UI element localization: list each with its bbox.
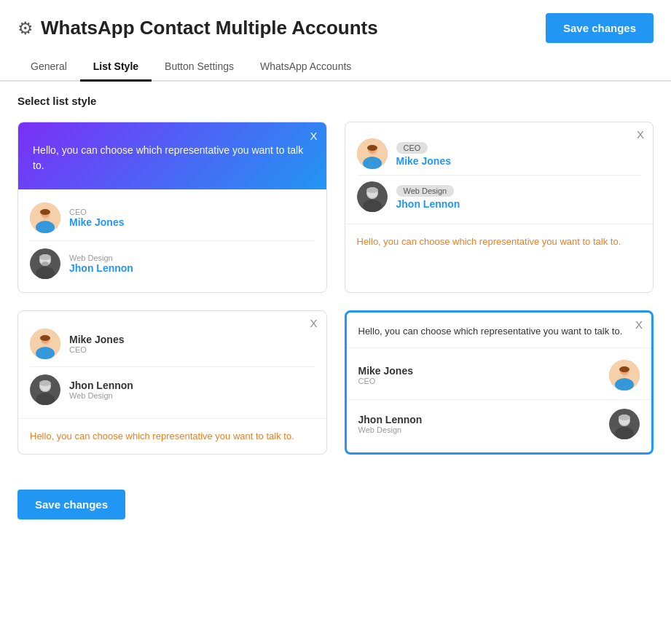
card3-contact2-role: Web Design: [69, 391, 133, 400]
card4-contact-list: Mike Jones CEO: [347, 348, 652, 451]
card4-contact-2[interactable]: Jhon Lennon Web Design: [347, 400, 652, 448]
close-icon-4[interactable]: X: [635, 318, 643, 331]
style-card-3[interactable]: X Mike Jones: [17, 310, 327, 455]
card4-top-message: Hello, you can choose which representati…: [347, 313, 652, 348]
card2-contact1-name: Mike Jones: [396, 155, 451, 167]
card2-footer-message: Hello, you can choose which representati…: [345, 224, 654, 259]
card4-contact1-info: Mike Jones CEO: [358, 365, 413, 385]
style-card-1[interactable]: X Hello, you can choose which representa…: [17, 122, 327, 293]
svg-point-18: [367, 145, 377, 151]
svg-point-40: [619, 366, 629, 372]
close-icon-2[interactable]: X: [637, 128, 644, 141]
card4-contact1-name: Mike Jones: [358, 365, 413, 377]
card2-contact2-info: Web Design Jhon Lennon: [396, 184, 460, 210]
avatar-jhon-3: [30, 374, 60, 405]
card2-contact-list: CEO Mike Jones: [345, 122, 654, 224]
svg-point-6: [40, 209, 50, 215]
card2-contact-2[interactable]: Web Design Jhon Lennon: [357, 176, 642, 218]
avatar-mike-3: [30, 329, 60, 359]
card1-contact-list: CEO Mike Jones: [18, 189, 326, 292]
gear-icon: ⚙: [17, 18, 34, 39]
tab-button-settings[interactable]: Button Settings: [152, 53, 247, 82]
style-card-2[interactable]: X CEO Mike: [345, 122, 654, 293]
card1-contact1-name: Mike Jones: [69, 216, 124, 228]
card2-contact2-name: Jhon Lennon: [396, 198, 460, 210]
card1-contact2-role: Web Design: [69, 254, 133, 262]
card2-contact1-info: CEO Mike Jones: [396, 141, 451, 167]
card4-contact1-role: CEO: [358, 377, 413, 385]
card1-contact-2[interactable]: Web Design Jhon Lennon: [30, 241, 315, 286]
card1-contact2-info: Web Design Jhon Lennon: [69, 254, 133, 274]
avatar-mike-1: [30, 203, 60, 233]
card4-contact2-name: Jhon Lennon: [358, 414, 423, 425]
svg-point-29: [40, 335, 50, 341]
card2-contact2-badge: Web Design: [396, 185, 455, 197]
card3-footer-message: Hello, you can choose which representati…: [18, 418, 326, 454]
close-icon-3[interactable]: X: [310, 317, 317, 329]
style-card-4[interactable]: X Hello, you can choose which representa…: [345, 310, 654, 455]
card4-contact-1[interactable]: Mike Jones CEO: [347, 351, 652, 400]
card1-contact-1[interactable]: CEO Mike Jones: [30, 195, 315, 241]
section-title: Select list style: [0, 82, 671, 116]
avatar-mike-2: [357, 138, 388, 169]
card3-contact-2[interactable]: Jhon Lennon Web Design: [30, 367, 315, 412]
card3-contact2-name: Jhon Lennon: [69, 380, 133, 391]
avatar-jhon-2: [357, 181, 388, 212]
card3-contact-list: Mike Jones CEO: [18, 311, 326, 418]
card1-message: Hello, you can choose which representati…: [33, 144, 303, 171]
svg-point-34: [39, 380, 51, 386]
header-left: ⚙ WhatsApp Contact Multiple Accounts: [17, 17, 378, 39]
card4-contact2-role: Web Design: [358, 425, 423, 434]
page-header: ⚙ WhatsApp Contact Multiple Accounts Sav…: [0, 0, 671, 43]
card2-contact-1[interactable]: CEO Mike Jones: [357, 133, 642, 176]
close-icon-1[interactable]: X: [310, 128, 317, 145]
card1-contact1-role: CEO: [69, 208, 124, 216]
card4-contact2-info: Jhon Lennon Web Design: [358, 414, 423, 434]
avatar-jhon-4: [609, 409, 640, 439]
page-title: WhatsApp Contact Multiple Accounts: [41, 17, 378, 39]
avatar-jhon-1: [30, 248, 60, 279]
card3-contact1-role: CEO: [69, 345, 124, 354]
svg-point-11: [39, 254, 51, 260]
card1-contact2-name: Jhon Lennon: [69, 262, 133, 274]
card2-contact1-badge: CEO: [396, 142, 428, 154]
card3-contact1-info: Mike Jones CEO: [69, 334, 124, 354]
card3-contact-1[interactable]: Mike Jones CEO: [30, 321, 315, 367]
tab-whatsapp-accounts[interactable]: WhatsApp Accounts: [247, 53, 364, 82]
tab-bar: General List Style Button Settings Whats…: [0, 53, 671, 82]
tab-list-style[interactable]: List Style: [80, 53, 152, 82]
svg-rect-4: [37, 216, 40, 220]
svg-point-45: [619, 415, 630, 420]
card3-contact2-info: Jhon Lennon Web Design: [69, 380, 133, 400]
tab-general[interactable]: General: [17, 53, 80, 82]
save-changes-button-top[interactable]: Save changes: [546, 13, 654, 43]
avatar-mike-4: [609, 360, 640, 390]
card1-gradient-header: X Hello, you can choose which representa…: [18, 122, 326, 189]
svg-point-12: [42, 262, 49, 266]
save-changes-button-bottom[interactable]: Save changes: [17, 490, 125, 519]
card1-contact1-info: CEO Mike Jones: [69, 208, 124, 228]
bottom-save-area: Save changes: [0, 472, 671, 543]
style-cards-grid: X Hello, you can choose which representa…: [0, 116, 671, 472]
svg-point-23: [366, 187, 378, 193]
card3-contact1-name: Mike Jones: [69, 334, 124, 345]
